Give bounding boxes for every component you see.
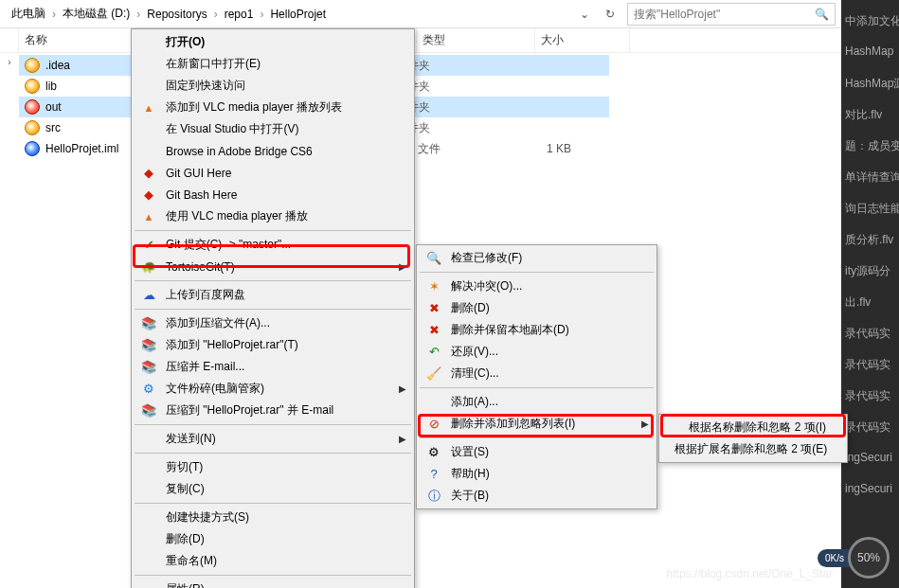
menu-item[interactable]: 📚添加到 "HelloProjet.rar"(T) [134,334,412,356]
menu-item[interactable]: ⓘ关于(B) [419,485,655,507]
menu-item[interactable]: ▲使用 VLC media player 播放 [134,205,412,227]
chevron-right-icon[interactable]: › [8,57,10,67]
menu-label: 固定到快速访问 [166,78,393,94]
separator [135,309,411,310]
file-name-text: out [45,100,62,114]
menu-icon: ✖ [424,301,443,315]
menu-item[interactable]: 固定到快速访问 [134,75,412,97]
nav-tree-toggle[interactable]: › [0,53,19,588]
speed-widget[interactable]: 0K/s 50% [818,537,890,579]
bg-list-item: 出.flv [841,287,899,318]
bc-drive-d[interactable]: 本地磁盘 (D:) [57,2,135,26]
bc-repositorys[interactable]: Repositorys [141,4,212,25]
menu-item[interactable]: ↶还原(V)... [419,341,655,363]
file-icon [25,58,40,73]
menu-item[interactable]: 添加(A)... [419,391,655,413]
menu-item[interactable]: ◆Git GUI Here [134,162,412,184]
menu-icon: ▲ [139,102,158,114]
search-icon[interactable]: 🔍 [815,8,829,21]
menu-label: 关于(B) [451,488,636,504]
bg-list-item: 单详情查询 [841,162,899,193]
menu-label: 文件粉碎(电脑管家) [166,381,393,397]
context-menu-main: 打开(O)在新窗口中打开(E)固定到快速访问▲添加到 VLC media pla… [131,28,415,588]
menu-label: 创建快捷方式(S) [166,509,393,526]
separator [135,230,411,231]
menu-item[interactable]: 🐢TortoiseGit(T)▶ [134,256,412,277]
submenu-arrow-icon: ▶ [399,383,406,394]
menu-item[interactable]: ⚙设置(S) [419,441,655,463]
menu-item[interactable]: 📚压缩到 "HelloProjet.rar" 并 E-mail [134,400,412,421]
menu-item[interactable]: 复制(C) [134,478,412,500]
menu-item[interactable]: 删除(D) [134,528,412,550]
bc-this-pc[interactable]: 此电脑 [6,2,51,26]
bc-helloprojet[interactable]: HelloProjet [264,4,332,25]
menu-item[interactable]: 📚压缩并 E-mail... [134,356,412,378]
separator [135,453,411,454]
bg-list-item: 录代码实 [841,412,899,443]
menu-label: 删除(D) [451,300,636,316]
menu-item[interactable]: ✶解决冲突(O)... [419,276,655,297]
bg-list-item: ity源码分 [841,256,899,287]
menu-item[interactable]: ◆Git Bash Here [134,184,412,205]
menu-item[interactable]: ⚙文件粉碎(电脑管家)▶ [134,378,412,400]
menu-item[interactable]: ✔Git 提交(C) -> "master"... [134,234,412,256]
menu-item[interactable]: 重命名(M) [134,550,412,572]
menu-label: 添加到压缩文件(A)... [166,315,393,331]
menu-item[interactable]: ▲添加到 VLC media player 播放列表 [134,97,412,118]
separator [135,575,411,576]
menu-label: 删除并添加到忽略列表(I) [451,416,636,432]
speed-percent: 50% [848,537,890,579]
menu-icon: 📚 [139,316,158,330]
col-type[interactable]: 类型 [417,28,535,52]
menu-label: 在新窗口中打开(E) [166,56,393,72]
bg-list-item: 询日志性能 [841,193,899,224]
bg-list-item: 中添加文化 [841,6,899,37]
menu-item[interactable]: 在 Visual Studio 中打开(V) [134,118,412,140]
menu-item[interactable]: 在新窗口中打开(E) [134,53,412,75]
menu-icon: 📚 [139,403,158,418]
menu-item[interactable]: 剪切(T) [134,456,412,478]
bg-list-item: 录代码实 [841,318,899,349]
menu-item[interactable]: 🧹清理(C)... [419,363,655,384]
menu-label: 还原(V)... [451,344,636,360]
menu-icon: ✔ [139,238,158,252]
menu-item[interactable]: 打开(O) [134,31,412,53]
menu-icon: ◆ [139,187,158,202]
menu-item[interactable]: 📚添加到压缩文件(A)... [134,312,412,334]
menu-label: 重命名(M) [166,553,393,569]
breadcrumb-path[interactable]: 此电脑› 本地磁盘 (D:)› Repositorys› repo1› Hell… [0,2,572,26]
menu-item[interactable]: 根据名称删除和忽略 2 项(I) [661,417,845,438]
menu-label: 使用 VLC media player 播放 [166,208,393,224]
menu-icon: 🔍 [424,251,443,265]
menu-item[interactable]: ?帮助(H) [419,463,655,485]
search-box[interactable]: 🔍 [627,3,836,26]
submenu-arrow-icon: ▶ [641,419,649,429]
menu-item[interactable]: 属性(R) [134,579,412,588]
bg-list-item: HashMap [841,37,899,68]
menu-icon: ✶ [424,279,443,294]
menu-item[interactable]: 创建快捷方式(S) [134,507,412,528]
menu-label: 删除(D) [166,531,393,547]
menu-item[interactable]: 🔍检查已修改(F) [419,247,655,269]
col-size[interactable]: 大小 [535,28,630,52]
search-input[interactable] [634,8,815,21]
menu-item[interactable]: 发送到(N)▶ [134,428,412,450]
menu-item[interactable]: Browse in Adobe Bridge CS6 [134,140,412,162]
menu-item[interactable]: ☁上传到百度网盘 [134,284,412,306]
menu-label: 帮助(H) [451,466,636,482]
column-headers: 名称 类型 大小 [0,28,841,53]
menu-label: 根据扩展名删除和忽略 2 项(E) [674,441,827,457]
refresh-button[interactable]: ↻ [597,8,623,21]
menu-item[interactable]: ✖删除(D) [419,297,655,319]
menu-item[interactable]: 根据扩展名删除和忽略 2 项(E) [661,438,845,460]
bg-list-item: 对比.flv [841,99,899,131]
bg-list-item: 题：成员变 [841,131,899,162]
menu-item[interactable]: ✖删除并保留本地副本(D) [419,319,655,341]
file-name-text: HelloProjet.iml [45,142,118,155]
menu-label: 上传到百度网盘 [166,287,393,303]
bc-repo1[interactable]: repo1 [219,4,260,25]
menu-icon: 📚 [139,360,158,374]
bg-list-item: 录代码实 [841,381,899,412]
breadcrumb-dropdown[interactable]: ⌄ [572,8,597,21]
menu-item[interactable]: ⊘删除并添加到忽略列表(I)▶ [419,413,655,435]
